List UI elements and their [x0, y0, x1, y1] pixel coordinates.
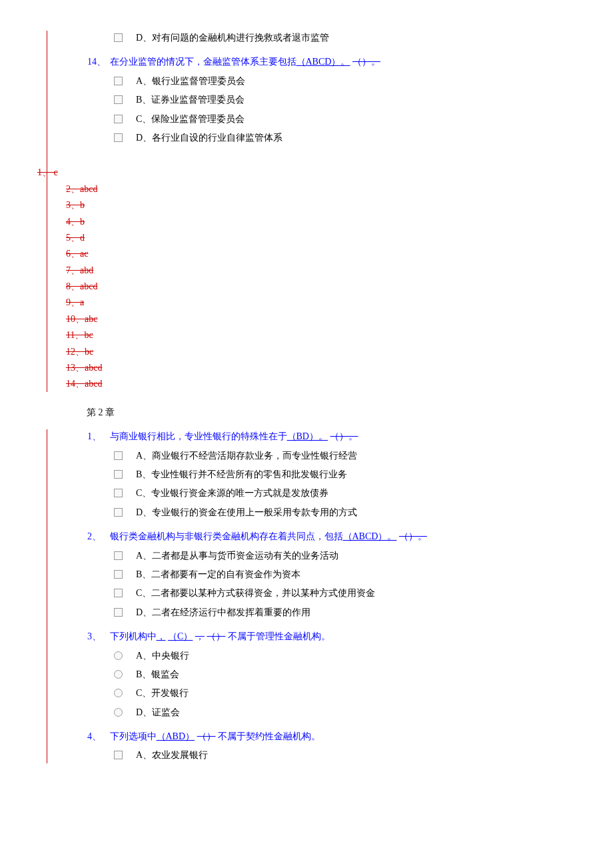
c2-question-2: 2、 银行类金融机构与非银行类金融机构存在着共同点，包括（ABCD）。 （）。: [47, 529, 553, 544]
c2q2-option-b: B、二者都要有一定的自有资金作为资本: [47, 567, 553, 582]
deleted-text: （）。: [399, 531, 427, 541]
inserted-text: （C）: [168, 631, 193, 641]
question-14: 14、 在分业监管的情况下，金融监管体系主要包括（ABCD）。 （）。: [47, 55, 553, 69]
option-text: C、二者都要以某种方式获得资金，并以某种方式使用资金: [136, 586, 375, 601]
answer-line-14: 14、abcd: [47, 377, 553, 391]
checkbox-icon[interactable]: [114, 133, 123, 142]
answer-line-6: 6、ac: [47, 247, 553, 261]
c2-question-1: 1、 与商业银行相比，专业性银行的特殊性在于（BD）。 （）。: [47, 429, 553, 444]
deleted-text: （）: [207, 631, 225, 641]
question-text: 与商业银行相比，专业性银行的特殊性在于: [110, 431, 287, 441]
question-text: 下列机构中: [110, 631, 157, 641]
question-number: 4、: [87, 729, 107, 744]
option-text: B、证券业监督管理委员会: [136, 93, 245, 107]
answer-line-1: 1、 c: [37, 165, 553, 180]
q14-option-c: C、保险业监督管理委员会: [47, 112, 553, 127]
checkbox-icon[interactable]: [114, 551, 123, 560]
revision-section-top: D、对有问题的金融机构进行挽救或者退市监管 14、 在分业监管的情况下，金融监管…: [47, 31, 553, 392]
option-text: C、保险业监督管理委员会: [136, 112, 245, 127]
checkbox-icon[interactable]: [114, 608, 123, 617]
c2q3-option-a: A、中央银行: [47, 649, 553, 663]
question-text: 下列选项中: [110, 731, 157, 741]
answer-line-9: 9、a: [47, 295, 553, 310]
checkbox-icon[interactable]: [114, 470, 123, 479]
c2q1-option-b: B、专业性银行并不经营所有的零售和批发银行业务: [47, 467, 553, 482]
deleted-text: （）。: [330, 431, 358, 441]
option-text: A、二者都是从事与货币资金运动有关的业务活动: [136, 549, 338, 563]
radio-icon[interactable]: [114, 670, 123, 679]
checkbox-icon[interactable]: [114, 115, 123, 123]
deleted-text: （）: [197, 731, 216, 741]
checkbox-icon[interactable]: [114, 589, 123, 597]
c2q2-option-d: D、二者在经济运行中都发挥着重要的作用: [47, 605, 553, 620]
option-text: B、专业性银行并不经营所有的零售和批发银行业务: [136, 467, 347, 482]
option-text: C、专业银行资金来源的唯一方式就是发放债券: [136, 486, 328, 501]
radio-icon[interactable]: [114, 651, 123, 660]
checkbox-icon[interactable]: [114, 489, 123, 497]
answer-line-2: 2、abcd: [47, 182, 553, 197]
option-text: A、中央银行: [136, 649, 189, 663]
checkbox-icon[interactable]: [114, 77, 123, 85]
c2q1-option-a: A、商业银行不经营活期存款业务，而专业性银行经营: [47, 449, 553, 463]
option-text: D、二者在经济运行中都发挥着重要的作用: [136, 605, 310, 620]
c2q3-option-c: C、开发银行: [47, 686, 553, 701]
deleted-comma: ，: [195, 631, 205, 641]
c2-question-4: 4、 下列选项中（ABD） （） 不属于契约性金融机构。: [47, 729, 553, 744]
question-text-post: 不属于管理性金融机构。: [228, 631, 330, 641]
radio-icon[interactable]: [114, 689, 123, 697]
q14-option-d: D、各行业自设的行业自律监管体系: [47, 131, 553, 145]
answer-line-8: 8、abcd: [47, 279, 553, 294]
option-text: A、商业银行不经营活期存款业务，而专业性银行经营: [136, 449, 357, 463]
answer-line-11: 11、bc: [47, 328, 553, 343]
inserted-text: （BD）。: [287, 431, 328, 441]
c2q3-option-b: B、银监会: [47, 667, 553, 682]
answer-line-10: 10、abc: [47, 312, 553, 327]
c2q1-option-c: C、专业银行资金来源的唯一方式就是发放债券: [47, 486, 553, 501]
answer-line-12: 12、bc: [47, 345, 553, 359]
question-number: 1、: [87, 429, 107, 444]
checkbox-icon[interactable]: [114, 95, 123, 104]
answer-line-5: 5、d: [47, 231, 553, 245]
option-text: A、银行业监督管理委员会: [136, 74, 245, 89]
q13-option-d: D、对有问题的金融机构进行挽救或者退市监管: [47, 31, 553, 45]
question-number: 3、: [87, 629, 107, 644]
chapter-2-title: 第 2 章: [60, 405, 553, 420]
option-text: B、银监会: [136, 667, 179, 682]
question-text: 在分业监管的情况下，金融监管体系主要包括: [110, 57, 297, 67]
question-number: 2、: [87, 529, 107, 544]
question-number: 14、: [87, 55, 107, 69]
checkbox-icon[interactable]: [114, 570, 123, 579]
c2q2-option-a: A、二者都是从事与货币资金运动有关的业务活动: [47, 549, 553, 563]
radio-icon[interactable]: [114, 708, 123, 717]
answer-key-block: 1、 c 2、abcd 3、b 4、b 5、d 6、ac 7、abd 8、abc…: [47, 165, 553, 391]
inserted-comma: ，: [157, 631, 166, 641]
answer-line-7: 7、abd: [47, 263, 553, 278]
option-text: D、专业银行的资金在使用上一般采用专款专用的方式: [136, 505, 357, 520]
option-text: A、农业发展银行: [136, 748, 208, 763]
option-text: D、证监会: [136, 705, 180, 720]
c2q3-option-d: D、证监会: [47, 705, 553, 720]
option-text: C、开发银行: [136, 686, 189, 701]
checkbox-icon[interactable]: [114, 508, 123, 517]
answer-line-3: 3、b: [47, 198, 553, 213]
checkbox-icon[interactable]: [114, 33, 123, 42]
option-text: B、二者都要有一定的自有资金作为资本: [136, 567, 301, 582]
question-text: 银行类金融机构与非银行类金融机构存在着共同点，包括: [110, 531, 343, 541]
revision-section-chapter2: 1、 与商业银行相比，专业性银行的特殊性在于（BD）。 （）。 A、商业银行不经…: [47, 429, 553, 763]
inserted-text: （ABCD）。: [297, 57, 350, 67]
inserted-text: （ABD）: [157, 731, 195, 741]
c2-question-3: 3、 下列机构中， （C） ， （） 不属于管理性金融机构。: [47, 629, 553, 644]
answer-line-13: 13、abcd: [47, 361, 553, 375]
c2q4-option-a: A、农业发展银行: [47, 748, 553, 763]
checkbox-icon[interactable]: [114, 751, 123, 759]
q14-option-b: B、证券业监督管理委员会: [47, 93, 553, 107]
answer-line-4: 4、b: [47, 215, 553, 229]
option-text: D、对有问题的金融机构进行挽救或者退市监管: [136, 31, 329, 45]
q14-option-a: A、银行业监督管理委员会: [47, 74, 553, 89]
option-text: D、各行业自设的行业自律监管体系: [136, 131, 283, 145]
checkbox-icon[interactable]: [114, 451, 123, 460]
c2q1-option-d: D、专业银行的资金在使用上一般采用专款专用的方式: [47, 505, 553, 520]
question-text-post: 不属于契约性金融机构。: [218, 731, 320, 741]
deleted-text: （）。: [352, 57, 380, 67]
c2q2-option-c: C、二者都要以某种方式获得资金，并以某种方式使用资金: [47, 586, 553, 601]
